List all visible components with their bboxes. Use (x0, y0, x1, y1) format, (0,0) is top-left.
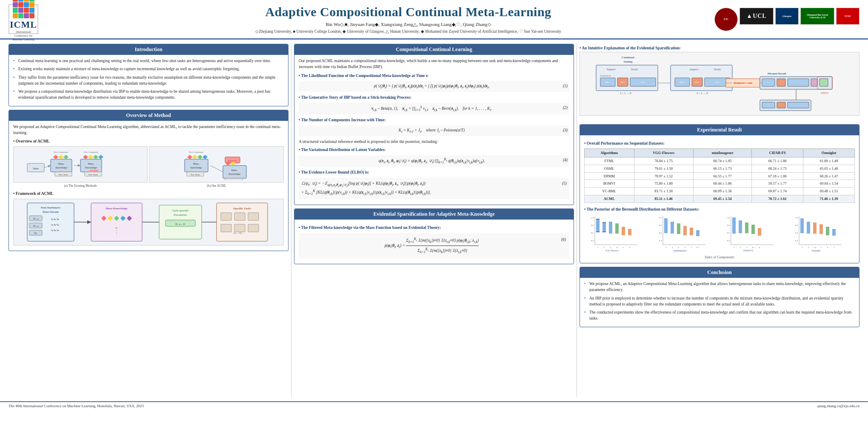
svg-text:5: 5 (623, 246, 624, 248)
svg-text:Meta-Knowledge: Meta-Knowledge (106, 207, 127, 210)
dpmm-mini: 66.55 ± 1.77 (693, 172, 752, 180)
svg-text:0.6: 0.6 (591, 232, 594, 234)
svg-text:New Component: New Component (84, 151, 99, 153)
svg-rect-114 (788, 79, 809, 86)
bomvi-mini: 60.44 ± 1.86 (693, 180, 752, 188)
svg-text:2: 2 (672, 246, 673, 248)
svg-text:0.4: 0.4 (591, 240, 594, 242)
sysu-logo: SYSU (836, 8, 859, 25)
overview-section: Overview of Method We proposed an Adapti… (9, 110, 288, 251)
svg-text:4: 4 (685, 246, 686, 248)
svg-rect-194 (826, 227, 829, 235)
table-row: FTML 76.84 ± 1.75 60.74 ± 1.85 66.71 ± 1… (585, 157, 855, 165)
svg-rect-122 (762, 102, 775, 108)
ibp-diagram: Continual Setting Support Doubt Evidence… (580, 52, 859, 116)
svg-text:θ₁ θ₂ θ₃: θ₁ θ₂ θ₃ (51, 218, 59, 220)
svg-text:Data Stream: Data Stream (43, 210, 59, 214)
table-header-row: Algorithms VGG-Flowers miniImagenet CIFA… (585, 149, 855, 157)
chart-x-label: Index of Components (584, 255, 855, 260)
svg-text:k = 1, ..., K: k = 1, ..., K (620, 92, 632, 94)
existing-methods-diagram: Tasks Meta- Knowledge New Component (13, 146, 148, 183)
overview-intro: We proposed an Adaptive Compositional Co… (13, 124, 284, 136)
overview-header: Overview of Method (9, 110, 288, 121)
svg-text:1.0: 1.0 (795, 217, 798, 219)
svg-text:θ₁ θ₂ θ₃: θ₁ θ₂ θ₃ (51, 229, 59, 231)
svg-rect-113 (777, 79, 785, 86)
svg-rect-25 (185, 159, 208, 172)
svg-text:1: 1 (802, 246, 803, 248)
svg-text:3: 3 (746, 246, 748, 248)
svg-rect-174 (739, 220, 742, 233)
svg-text:Doubt: Doubt (714, 68, 721, 71)
svg-text:0.4: 0.4 (727, 240, 730, 242)
evidential-body: • The Filtered Meta-knowledge via the Ma… (294, 220, 574, 264)
ccl-section: Compositional Continual Learning Our pro… (294, 44, 574, 205)
svg-text:3: 3 (678, 246, 680, 248)
svg-marker-31 (203, 155, 208, 159)
elbo-eq: ℒ(ψt; 𝒟t) = −𝔼q(vt,zt,θt,φl|𝒟t)[log p(𝒟t… (299, 178, 569, 199)
paper-title: Adaptive Compositional Continual Meta-Le… (102, 5, 714, 19)
svg-rect-195 (832, 229, 836, 236)
col-omniglot: Omniglot (803, 149, 855, 157)
algo-ftml: FTML (585, 157, 634, 165)
svg-text:6 7: 6 7 (697, 246, 700, 248)
bomvi-omni: 69.04 ± 1.54 (803, 180, 855, 188)
filtered-title: • The Filtered Meta-knowledge via the Ma… (299, 225, 569, 231)
svg-text:1.0: 1.0 (659, 217, 662, 219)
svg-marker-15 (93, 155, 98, 159)
svg-rect-140 (628, 229, 631, 235)
ftml-vgg: 76.84 ± 1.75 (634, 157, 693, 165)
filtered-eq: p(φl|θt, zt) = Σk=1Kt 𝟙{m({zk})≠0} 𝟙{zt,… (299, 233, 569, 258)
svg-text:Setting: Setting (624, 60, 633, 63)
svg-text:miniImagenet: miniImagenet (674, 249, 687, 252)
framework-diagram: Non-Stationary Data Stream Dₜ₋₂ Dₜ₋₁ Dₜ … (13, 199, 284, 246)
svg-rect-190 (800, 218, 804, 233)
conference-text: The 40th International Conference on Mac… (9, 404, 144, 408)
framework-title: • Framework of ACML (13, 191, 284, 197)
main-content: Introduction Continual meta-learning is … (0, 40, 868, 401)
svg-text:Doubt: Doubt (631, 68, 638, 71)
left-column: Introduction Continual meta-learning is … (6, 44, 291, 397)
chart-vgg-svg: 1.0 0.8 0.6 0.4 (584, 214, 640, 252)
algo-acml: ACML (585, 195, 634, 203)
dpmm-cifar: 67.18 ± 1.86 (752, 172, 803, 180)
svg-text:SCT: SCT (715, 81, 719, 83)
introduction-header: Introduction (9, 44, 288, 55)
svg-rect-158 (690, 228, 693, 235)
svg-text:φₜ: φₜ (115, 226, 117, 229)
svg-marker-13 (83, 155, 88, 159)
icml-subtext: International Conference On Machine Lear… (11, 30, 36, 42)
osml-vgg: 79.61 ± 1.50 (634, 165, 693, 172)
icml-logo-grid (13, 0, 34, 18)
svg-text:6: 6 (629, 246, 631, 248)
svg-rect-79 (221, 224, 231, 232)
email-text: qiang.zhang.cs@xju.edu.cn (817, 404, 859, 408)
svg-text:Meta-: Meta- (88, 163, 94, 165)
col-mini: miniImagenet (693, 149, 752, 157)
our-acml-diagram: Meta- Knowledge New Component New Tasks (149, 146, 284, 183)
svg-rect-112 (762, 79, 775, 86)
svg-rect-37 (223, 166, 246, 178)
explanation-section: • An Intuitive Explanation of the Eviden… (580, 44, 859, 117)
svg-text:IBP1: IBP1 (605, 81, 610, 83)
svg-rect-159 (696, 230, 700, 236)
svg-text:Merged Result: Merged Result (768, 72, 787, 75)
svg-rect-137 (609, 222, 612, 234)
svg-rect-115 (811, 79, 817, 86)
svg-text:5: 5 (821, 246, 822, 248)
svg-text:New Tasks: New Tasks (229, 180, 238, 180)
svg-text:4 5: 4 5 (752, 246, 755, 248)
ibp-explanation-svg: Continual Setting Support Doubt Evidence… (594, 53, 845, 115)
table-row: OSML 79.61 ± 1.50 66.15 ± 1.73 68.24 ± 1… (585, 165, 855, 172)
svg-text:Meta-: Meta- (231, 169, 237, 171)
overview-acml-title: • Overview of ACML (13, 138, 284, 144)
university-logos: ZJU ▲UCL Glasgow Mohamed Bin ZayedUniver… (714, 8, 859, 31)
svg-rect-81 (248, 224, 259, 232)
ftml-omni: 61.89 ± 1.49 (803, 157, 855, 165)
svg-text:7: 7 (834, 246, 835, 248)
algo-vcbml: VC-BML (585, 188, 634, 195)
diagram-b-label: (b) Our ACML (207, 183, 226, 188)
svg-text:k = 1, ..., K: k = 1, ..., K (697, 92, 708, 94)
svg-rect-124 (788, 102, 809, 108)
svg-text:0.4: 0.4 (795, 240, 798, 242)
